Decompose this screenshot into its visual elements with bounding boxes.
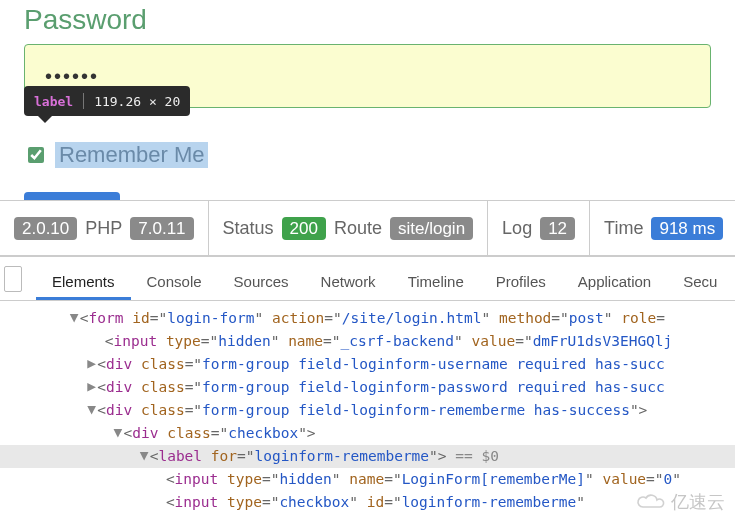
password-label: Password [24,4,711,36]
yii-version-pill: 2.0.10 [14,217,77,240]
tab-profiles[interactable]: Profiles [480,273,562,300]
dom-line-hidden-remember[interactable]: <input type="hidden" name="LoginForm[rem… [0,468,735,491]
tab-console[interactable]: Console [131,273,218,300]
cloud-icon [635,492,665,512]
dom-line-div-pass[interactable]: ▶<div class="form-group field-loginform-… [0,376,735,399]
tab-sources[interactable]: Sources [218,273,305,300]
time-label: Time [604,218,643,239]
php-label: PHP [85,218,122,239]
log-label: Log [502,218,532,239]
dom-line-div-remember[interactable]: ▼<div class="form-group field-loginform-… [0,399,735,422]
route-value-pill: site/login [390,217,473,240]
tab-security[interactable]: Secu [667,273,733,300]
tab-elements[interactable]: Elements [36,273,131,300]
debug-yii-cell[interactable]: 2.0.10 PHP 7.0.11 [0,201,209,255]
yii-debug-bar: 2.0.10 PHP 7.0.11 Status 200 Route site/… [0,200,735,256]
inspect-tooltip: label 119.26 × 20 [24,86,190,116]
dom-line-form[interactable]: ▼<form id="login-form" action="/site/log… [0,307,735,330]
device-toggle-icon[interactable] [4,266,22,292]
dom-line-div-user[interactable]: ▶<div class="form-group field-loginform-… [0,353,735,376]
tab-network[interactable]: Network [305,273,392,300]
debug-log-cell[interactable]: Log 12 [488,201,590,255]
tooltip-dimensions: 119.26 × 20 [94,94,180,109]
status-label: Status [223,218,274,239]
dom-line-div-checkbox[interactable]: ▼<div class="checkbox"> [0,422,735,445]
remember-checkbox[interactable] [28,147,44,163]
tab-application[interactable]: Application [562,273,667,300]
php-version-pill: 7.0.11 [130,217,193,240]
route-label: Route [334,218,382,239]
tab-timeline[interactable]: Timeline [392,273,480,300]
debug-time-cell[interactable]: Time 918 ms [590,201,735,255]
dom-tree[interactable]: ▼<form id="login-form" action="/site/log… [0,301,735,520]
dom-line-label[interactable]: ▼<label for="loginform-rememberme"> == $… [0,445,735,468]
log-count-pill: 12 [540,217,575,240]
time-value-pill: 918 ms [651,217,723,240]
status-code-pill: 200 [282,217,326,240]
devtools-tabs: Elements Console Sources Network Timelin… [0,257,735,301]
debug-route-cell[interactable]: Status 200 Route site/login [209,201,489,255]
dom-line-checkbox-remember[interactable]: <input type="checkbox" id="loginform-rem… [0,491,735,514]
tooltip-tag: label [34,94,73,109]
watermark: 亿速云 [635,490,725,514]
devtools-panel: Elements Console Sources Network Timelin… [0,256,735,520]
dom-line-csrf[interactable]: <input type="hidden" name="_csrf-backend… [0,330,735,353]
remember-label: Remember Me [55,142,208,168]
